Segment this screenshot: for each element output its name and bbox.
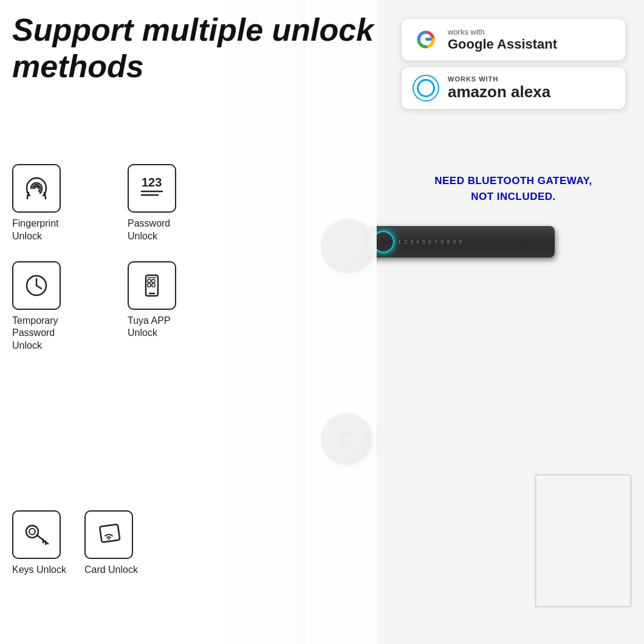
key-icon-box [12,510,61,559]
password-label: PasswordUnlock [128,218,170,243]
bluetooth-notice-line1: NEED BLUETOOTH GATEWAY, [401,173,626,189]
key-8: 8 [440,239,444,245]
password-icon-box: 123 [128,164,176,213]
alexa-badge-text: WORKS WITH amazon alexa [448,75,550,101]
unlock-methods-grid: FingerprintUnlock 123 PasswordUnlock Tem… [12,164,237,352]
unlock-item-keys: Keys Unlock [12,510,66,577]
key-7: 7 [434,239,437,245]
key-9: 9 [447,239,450,245]
card-label: Card Unlock [84,564,138,577]
svg-point-21 [108,538,109,540]
key-4: 4 [416,239,419,245]
temporary-label: TemporaryPasswordUnlock [12,315,58,352]
svg-text:123: 123 [142,176,162,189]
svg-rect-14 [152,284,155,287]
svg-point-15 [26,526,38,538]
unlock-item-temporary: TemporaryPasswordUnlock [12,261,115,352]
google-name: Google Assistant [448,36,557,52]
unlock-item-fingerprint: FingerprintUnlock [12,164,115,243]
svg-line-7 [36,286,41,289]
alexa-icon [413,75,439,101]
main-heading: Support multiple unlock methods [12,12,377,85]
lock-handle-bar: 1 2 3 4 5 6 7 8 9 0 # [366,226,555,258]
key-0: 0 [453,239,456,245]
unlock-row-bottom: Keys Unlock Card Unlock [12,510,138,577]
svg-rect-1 [425,38,432,41]
fingerprint-icon-box [12,164,61,213]
bluetooth-notice: NEED BLUETOOTH GATEWAY, NOT INCLUDED. [401,173,626,204]
key-hash: # [459,239,462,245]
svg-rect-13 [148,284,151,287]
key-2: 2 [404,239,407,245]
clock-icon [21,270,52,301]
unlock-item-tuya: Tuya APPUnlock [128,261,231,352]
fingerprint-label: FingerprintUnlock [12,218,58,243]
card-icon-box [84,510,133,559]
svg-rect-12 [152,279,155,283]
unlock-item-card: Card Unlock [84,510,138,577]
svg-rect-20 [100,524,120,543]
badges-area: works with Google Assistant WORKS WITH a… [401,18,626,109]
key-1: 1 [398,239,401,245]
google-prefix: works with [448,27,557,36]
alexa-name: amazon alexa [448,83,550,101]
svg-point-16 [29,529,35,535]
key-icon [21,519,52,550]
phone-icon-box [128,261,176,310]
google-badge-text: works with Google Assistant [448,27,557,52]
google-assistant-badge: works with Google Assistant [401,18,626,61]
svg-rect-11 [148,279,151,283]
bluetooth-notice-line2: NOT INCLUDED. [401,189,626,205]
card-icon [94,519,124,550]
alexa-works-with: WORKS WITH [448,75,550,83]
clock-icon-box [12,261,61,310]
phone-icon [137,270,167,301]
password-icon: 123 [137,173,167,204]
fingerprint-icon [21,173,52,204]
page-title: Support multiple unlock methods [12,12,377,85]
keys-label: Keys Unlock [12,564,66,577]
unlock-item-password: 123 PasswordUnlock [128,164,231,243]
key-6: 6 [428,239,431,245]
key-3: 3 [410,239,413,245]
google-icon [413,26,439,53]
alexa-badge: WORKS WITH amazon alexa [401,67,626,109]
key-5: 5 [422,239,425,245]
tuya-label: Tuya APPUnlock [128,315,171,340]
